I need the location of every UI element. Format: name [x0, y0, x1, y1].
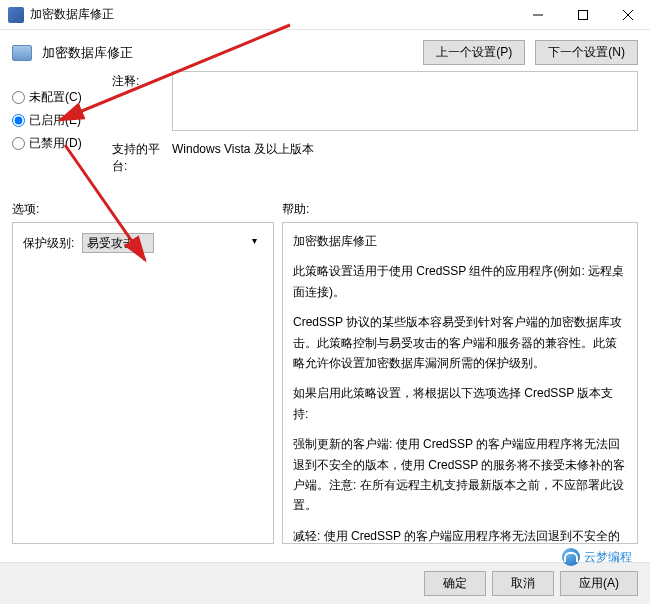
titlebar: 加密数据库修正: [0, 0, 650, 30]
app-icon: [8, 7, 24, 23]
help-paragraph: 减轻: 使用 CredSSP 的客户端应用程序将无法回退到不安全的版本，但使用 …: [293, 526, 627, 544]
minimize-button[interactable]: [515, 0, 560, 30]
policy-icon: [12, 45, 32, 61]
watermark-icon: [562, 548, 580, 566]
help-heading: 帮助:: [282, 201, 309, 218]
apply-button[interactable]: 应用(A): [560, 571, 638, 596]
platform-label: 支持的平台:: [112, 139, 172, 175]
help-paragraph: CredSSP 协议的某些版本容易受到针对客户端的加密数据库攻击。此策略控制与易…: [293, 312, 627, 373]
watermark: 云梦编程: [562, 548, 632, 566]
protect-level-label: 保护级别:: [23, 235, 74, 252]
comment-label: 注释:: [112, 71, 172, 90]
help-paragraph: 此策略设置适用于使用 CredSSP 组件的应用程序(例如: 远程桌面连接)。: [293, 261, 627, 302]
svg-rect-1: [578, 10, 587, 19]
radio-unconfigured-input[interactable]: [12, 91, 25, 104]
help-panel[interactable]: 加密数据库修正 此策略设置适用于使用 CredSSP 组件的应用程序(例如: 远…: [282, 222, 638, 544]
radio-disabled-label: 已禁用(D): [29, 135, 82, 152]
radio-column: 未配置(C) 已启用(E) 已禁用(D): [12, 71, 100, 183]
platform-value: Windows Vista 及以上版本: [172, 139, 638, 158]
window-title: 加密数据库修正: [30, 6, 515, 23]
watermark-text: 云梦编程: [584, 549, 632, 566]
radio-enabled-input[interactable]: [12, 114, 25, 127]
radio-disabled-input[interactable]: [12, 137, 25, 150]
radio-unconfigured[interactable]: 未配置(C): [12, 89, 100, 106]
footer: 确定 取消 应用(A): [0, 562, 650, 604]
help-paragraph: 强制更新的客户端: 使用 CredSSP 的客户端应用程序将无法回退到不安全的版…: [293, 434, 627, 516]
prev-setting-button[interactable]: 上一个设置(P): [423, 40, 525, 65]
section-labels: 选项: 帮助:: [0, 183, 650, 222]
options-heading: 选项:: [12, 201, 282, 218]
bottom-section: 保护级别: 易受攻击 加密数据库修正 此策略设置适用于使用 CredSSP 组件…: [0, 222, 650, 550]
header-row: 加密数据库修正 上一个设置(P) 下一个设置(N): [0, 30, 650, 71]
radio-unconfigured-label: 未配置(C): [29, 89, 82, 106]
protect-level-select[interactable]: 易受攻击: [82, 233, 154, 253]
page-title: 加密数据库修正: [42, 44, 133, 62]
radio-enabled-label: 已启用(E): [29, 112, 81, 129]
cancel-button[interactable]: 取消: [492, 571, 554, 596]
comment-textarea[interactable]: [172, 71, 638, 131]
next-setting-button[interactable]: 下一个设置(N): [535, 40, 638, 65]
radio-enabled[interactable]: 已启用(E): [12, 112, 100, 129]
close-button[interactable]: [605, 0, 650, 30]
ok-button[interactable]: 确定: [424, 571, 486, 596]
options-panel: 保护级别: 易受攻击: [12, 222, 274, 544]
radio-disabled[interactable]: 已禁用(D): [12, 135, 100, 152]
help-title: 加密数据库修正: [293, 231, 627, 251]
help-paragraph: 如果启用此策略设置，将根据以下选项选择 CredSSP 版本支持:: [293, 383, 627, 424]
maximize-button[interactable]: [560, 0, 605, 30]
top-section: 未配置(C) 已启用(E) 已禁用(D) 注释: 支持的平台: Windows …: [0, 71, 650, 183]
